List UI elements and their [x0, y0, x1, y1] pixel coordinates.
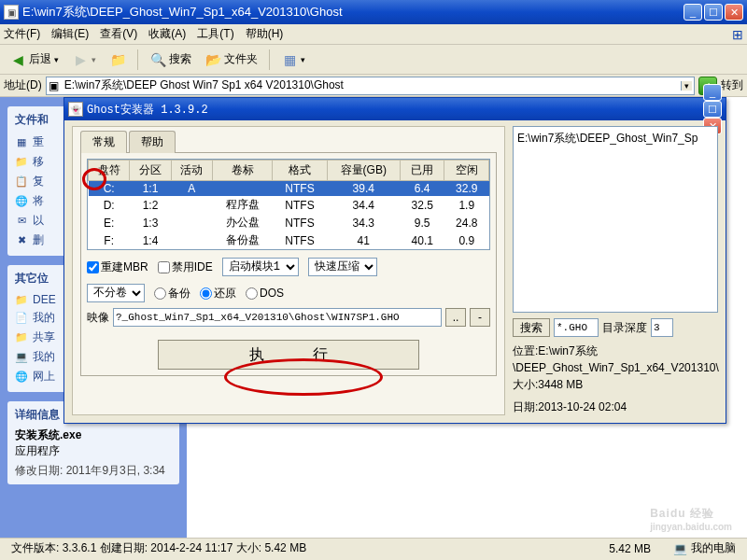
chevron-down-icon: ▾ [54, 55, 59, 64]
search-label: 搜索 [169, 51, 191, 67]
back-label: 后退 [29, 51, 51, 67]
task-icon: 📋 [15, 175, 28, 189]
ext-input[interactable] [554, 318, 599, 337]
disk-row[interactable]: F:1:4备份盘NTFS4140.10.9 [89, 231, 489, 249]
folder-icon: ▣ [49, 79, 62, 92]
separator [269, 49, 270, 70]
detail-type: 应用程序 [15, 443, 172, 459]
folders-button[interactable]: 📂 文件夹 [201, 49, 261, 70]
disk-col-header[interactable]: 空闲 [444, 161, 489, 181]
disk-col-header[interactable]: 格式 [273, 161, 327, 181]
dlg-minimize-button[interactable]: _ [703, 84, 722, 101]
detail-mod-label: 修改日期: [15, 464, 63, 477]
execute-button[interactable]: 执 行 [158, 340, 419, 370]
disk-row[interactable]: E:1:3办公盘NTFS34.39.524.8 [89, 214, 489, 231]
addressbar: 地址(D) ▣ E:\win7系统\DEEP Ghost Win7 Sp1 x6… [0, 75, 747, 97]
forward-button[interactable]: ▶ ▾ [68, 49, 100, 70]
browse-button[interactable]: .. [445, 308, 466, 327]
maximize-button[interactable]: ☐ [704, 4, 723, 21]
menu-view[interactable]: 查看(V) [100, 26, 137, 42]
address-field[interactable]: ▣ E:\win7系统\DEEP Ghost Win7 Sp1 x64 V201… [46, 77, 695, 95]
statusbar: 文件版本: 3.3.6.1 创建日期: 2014-2-24 11:17 大小: … [0, 538, 747, 558]
tab-general[interactable]: 常规 [80, 131, 127, 153]
menu-tools[interactable]: 工具(T) [197, 26, 233, 42]
disable-ide-checkbox[interactable]: 禁用IDE [158, 259, 213, 275]
image-path-input[interactable] [113, 308, 442, 327]
detail-filename: 安装系统.exe [15, 427, 172, 443]
chevron-down-icon: ▾ [301, 55, 305, 64]
dialog-titlebar[interactable]: 👻 Ghost安装器 1.3.9.2 _ ☐ ✕ [64, 98, 726, 120]
separator [137, 49, 138, 70]
disk-col-header[interactable]: 分区 [130, 161, 171, 181]
go-label: 转到 [721, 77, 743, 93]
image-label: 映像 [87, 310, 109, 326]
window-title: E:\win7系统\DEEP_Ghost_Win7_Sp1_x64_V20131… [22, 4, 684, 21]
depth-input[interactable] [651, 318, 673, 337]
back-icon: ◀ [9, 51, 26, 68]
back-button[interactable]: ◀ 后退 ▾ [6, 49, 63, 70]
forward-icon: ▶ [72, 51, 89, 68]
task-icon: ✉ [15, 215, 28, 228]
chevron-down-icon: ▾ [92, 55, 96, 64]
menu-edit[interactable]: 编辑(E) [51, 26, 89, 42]
search-icon: 🔍 [149, 51, 166, 68]
depth-label: 目录深度 [602, 320, 647, 336]
restore-radio[interactable]: 还原 [200, 286, 236, 301]
folder-icon: 📁 [15, 293, 28, 306]
dialog-left-pane: 常规 帮助 盘符分区活动卷标格式容量(GB)已用空闲 C:1:1ANTFS39.… [72, 126, 505, 415]
menu-help[interactable]: 帮助(H) [246, 26, 284, 42]
address-label: 地址(D) [4, 77, 42, 93]
search-button[interactable]: 🔍 搜索 [146, 49, 195, 70]
status-left: 文件版本: 3.3.6.1 创建日期: 2014-2-24 11:17 大小: … [6, 540, 312, 556]
tab-content: 盘符分区活动卷标格式容量(GB)已用空闲 C:1:1ANTFS39.46.432… [80, 152, 497, 376]
rebuild-mbr-checkbox[interactable]: 重建MBR [87, 259, 148, 275]
task-icon: ✖ [15, 234, 28, 247]
computer-icon: 💻 [15, 351, 28, 364]
dos-radio[interactable]: DOS [246, 287, 284, 300]
ghost-icon: 👻 [68, 102, 83, 117]
disk-col-header[interactable]: 活动 [171, 161, 212, 181]
task-icon: 🌐 [15, 195, 28, 208]
views-button[interactable]: ▦▾ [277, 49, 309, 70]
views-icon: ▦ [281, 51, 298, 68]
backup-radio[interactable]: 备份 [154, 286, 190, 301]
compress-select[interactable]: 快速压缩 [308, 258, 377, 276]
folders-label: 文件夹 [224, 51, 258, 67]
status-size: 5.42 MB [603, 542, 656, 555]
dialog-right-pane: E:\win7系统\DEEP_Ghost_Win7_Sp 搜索 目录深度 位置:… [513, 126, 718, 415]
disk-row[interactable]: D:1:2程序盘NTFS34.432.51.9 [89, 196, 489, 214]
ghost-installer-dialog: 👻 Ghost安装器 1.3.9.2 _ ☐ ✕ 常规 帮助 盘符分区活动卷标格… [63, 97, 726, 424]
disk-row[interactable]: C:1:1ANTFS39.46.432.9 [89, 181, 489, 197]
task-icon: ▦ [15, 136, 28, 149]
address-drop-icon[interactable]: ▾ [681, 81, 692, 91]
docs-icon: 📄 [15, 312, 28, 325]
address-value: E:\win7系统\DEEP Ghost Win7 Sp1 x64 V20131… [64, 77, 344, 93]
windows-flag-icon: ⊞ [732, 27, 743, 42]
disk-col-header[interactable]: 容量(GB) [327, 161, 400, 181]
boot-module-select[interactable]: 启动模块1 [222, 258, 299, 276]
remove-button[interactable]: - [470, 308, 490, 327]
dlg-maximize-button[interactable]: ☐ [703, 101, 722, 118]
explorer-titlebar[interactable]: ▣ E:\win7系统\DEEP_Ghost_Win7_Sp1_x64_V201… [0, 0, 747, 24]
disk-table[interactable]: 盘符分区活动卷标格式容量(GB)已用空闲 C:1:1ANTFS39.46.432… [87, 159, 490, 250]
gho-info: 位置:E:\win7系统\DEEP_Ghost_Win7_Sp1_x64_V20… [513, 343, 718, 415]
dialog-title: Ghost安装器 1.3.9.2 [87, 102, 703, 118]
computer-icon: 💻 [673, 542, 687, 555]
menu-file[interactable]: 文件(F) [4, 26, 40, 42]
tab-help[interactable]: 帮助 [129, 131, 176, 153]
close-button[interactable]: ✕ [725, 4, 743, 21]
disk-col-header[interactable]: 卷标 [212, 161, 272, 181]
share-icon: 📁 [15, 331, 28, 344]
menu-favorites[interactable]: 收藏(A) [148, 26, 186, 42]
disk-col-header[interactable]: 已用 [400, 161, 444, 181]
network-icon: 🌐 [15, 371, 28, 384]
search-gho-button[interactable]: 搜索 [513, 318, 550, 337]
split-select[interactable]: 不分卷 [87, 284, 145, 302]
detail-mod-value: 2011年9月3日, 3:34 [66, 464, 165, 477]
status-location: 💻我的电脑 [668, 540, 741, 556]
task-icon: 📁 [15, 156, 28, 169]
minimize-button[interactable]: _ [684, 4, 702, 21]
disk-col-header[interactable]: 盘符 [89, 161, 130, 181]
gho-list[interactable]: E:\win7系统\DEEP_Ghost_Win7_Sp [513, 126, 718, 313]
up-button[interactable]: 📁 [106, 49, 130, 70]
